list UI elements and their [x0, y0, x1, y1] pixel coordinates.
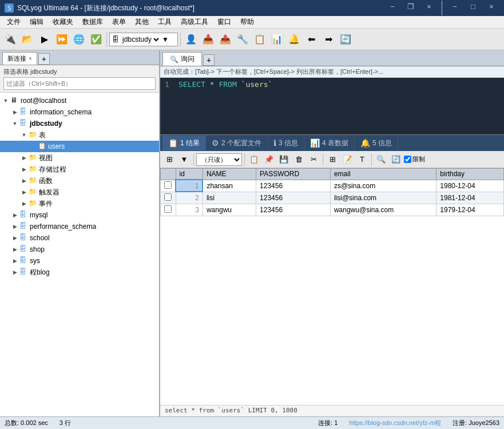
col-birthday[interactable]: birthday: [436, 169, 504, 180]
tree-db-mysql[interactable]: ▶ 🗄 mysql: [0, 209, 159, 221]
search-btn[interactable]: 🔍: [374, 153, 388, 166]
conn-tab-close-icon[interactable]: ×: [29, 55, 32, 62]
sql-editor[interactable]: 1 SELECT * FROM `users`: [160, 78, 504, 134]
form-btn[interactable]: 📝: [340, 153, 354, 166]
menu-advanced[interactable]: 高级工具: [176, 16, 213, 28]
win-close-btn[interactable]: ×: [483, 1, 499, 12]
menu-favorites[interactable]: 收藏夹: [48, 16, 78, 28]
result-tab-5[interactable]: 🔔 5 信息: [355, 136, 398, 150]
row2-birthday[interactable]: 1981-12-04: [436, 192, 504, 204]
copy-btn[interactable]: 📋: [247, 153, 261, 166]
row1-name[interactable]: zhansan: [203, 180, 256, 192]
tb-user-btn[interactable]: 👤: [183, 31, 199, 47]
menu-database[interactable]: 数据库: [78, 16, 108, 28]
tree-db-school[interactable]: ▶ 🗄 school: [0, 232, 159, 244]
row3-id[interactable]: 3: [176, 204, 203, 216]
row1-password[interactable]: 123456: [256, 180, 331, 192]
row1-birthday[interactable]: 1980-12-04: [436, 180, 504, 192]
add-conn-btn[interactable]: +: [38, 53, 50, 65]
filter-input[interactable]: [3, 77, 156, 90]
menu-help[interactable]: 帮助: [236, 16, 259, 28]
grid-btn[interactable]: ⊞: [326, 153, 339, 166]
paste-btn[interactable]: 📌: [262, 153, 276, 166]
row3-name[interactable]: wangwu: [203, 204, 256, 216]
tb-import-btn[interactable]: 📥: [200, 31, 216, 47]
open-btn[interactable]: 📂: [19, 31, 35, 47]
filter-btn[interactable]: ▼: [177, 153, 191, 166]
row1-id[interactable]: 1: [176, 180, 203, 192]
row3-email[interactable]: wangwu@sina.com: [330, 204, 436, 216]
new-conn-btn[interactable]: 🔌: [2, 31, 18, 47]
run-btn[interactable]: ▶: [37, 31, 53, 47]
tree-folder-views[interactable]: ▶ 📁 视图: [0, 152, 159, 164]
tree-folder-triggers[interactable]: ▶ 📁 触发器: [0, 186, 159, 198]
tree-db-information_schema[interactable]: ▶ 🗄 information_schema: [0, 106, 159, 118]
tb-table-btn[interactable]: 📋: [252, 31, 268, 47]
limit-checkbox[interactable]: [404, 156, 411, 163]
row3-checkbox[interactable]: [164, 205, 172, 213]
menu-max-btn[interactable]: ❐: [403, 1, 419, 12]
tb-grid-btn[interactable]: 📊: [269, 31, 285, 47]
tree-db-jdbcstudy[interactable]: ▼ 🗄 jdbcstudy: [0, 118, 159, 129]
refresh-result-btn[interactable]: 🔄: [389, 153, 403, 166]
db-select[interactable]: jdbcstudy: [120, 35, 161, 44]
delete-row-btn[interactable]: 🗑: [292, 153, 305, 166]
win-maximize-btn[interactable]: □: [465, 1, 481, 12]
col-email[interactable]: email: [330, 169, 436, 180]
tree-root[interactable]: ▼ 🖥 root@localhost: [0, 95, 159, 106]
row1-email[interactable]: zs@sina.com: [330, 180, 436, 192]
result-tab-1[interactable]: 📋 1 结果: [162, 136, 206, 150]
result-tab-3[interactable]: ℹ 3 信息: [268, 136, 304, 150]
tb-export-btn[interactable]: 📤: [217, 31, 233, 47]
tree-folder-procedures[interactable]: ▶ 📁 存储过程: [0, 164, 159, 175]
row3-birthday[interactable]: 1979-12-04: [436, 204, 504, 216]
row2-name[interactable]: lisi: [203, 192, 256, 204]
add-query-tab-btn[interactable]: +: [203, 54, 215, 66]
tree-table-users[interactable]: 📋 users: [0, 141, 159, 152]
tb-alert-btn[interactable]: 🔔: [286, 31, 302, 47]
conn-tab-new[interactable]: 新连接 ×: [2, 52, 37, 65]
menu-file[interactable]: 文件: [2, 16, 25, 28]
query-tab-main[interactable]: 🔍 询问: [162, 52, 202, 66]
grid-view-btn[interactable]: ⊞: [162, 153, 176, 166]
db-selector[interactable]: 🗄 jdbcstudy ▼: [109, 33, 178, 46]
col-id[interactable]: id: [176, 169, 203, 180]
commit-btn[interactable]: ✅: [88, 31, 104, 47]
row2-password[interactable]: 123456: [256, 192, 331, 204]
tree-db-chengblog[interactable]: ▶ 🗄 程blog: [0, 267, 159, 278]
tb-back-btn[interactable]: ⬅: [303, 31, 319, 47]
menu-other[interactable]: 其他: [130, 16, 153, 28]
tree-folder-functions[interactable]: ▶ 📁 函数: [0, 175, 159, 186]
tb-forward-btn[interactable]: ➡: [320, 31, 336, 47]
run-all-btn[interactable]: ⏩: [54, 31, 70, 47]
result-tab-2[interactable]: ⚙ 2 个配置文件: [206, 136, 268, 150]
col-password[interactable]: PASSWORD: [256, 169, 331, 180]
menu-close-btn[interactable]: ×: [421, 1, 437, 12]
row1-checkbox[interactable]: [164, 181, 172, 189]
row2-email[interactable]: lisi@sina.com: [330, 192, 436, 204]
result-tab-4[interactable]: 📊 4 表数据: [304, 136, 355, 150]
stop-btn[interactable]: 🌐: [71, 31, 87, 47]
tree-db-shop[interactable]: ▶ 🗄 shop: [0, 244, 159, 255]
col-name[interactable]: NAME: [203, 169, 256, 180]
edit-mode-select[interactable]: （只读） 编辑 插入: [196, 153, 242, 166]
menu-restore-btn[interactable]: −: [384, 1, 400, 12]
menu-table[interactable]: 表单: [108, 16, 130, 28]
win-minimize-btn[interactable]: −: [447, 1, 463, 12]
row2-id[interactable]: 2: [176, 192, 203, 204]
limit-check-label[interactable]: 限制: [404, 155, 425, 164]
tree-db-performance[interactable]: ▶ 🗄 performance_schema: [0, 221, 159, 232]
save-btn[interactable]: 💾: [277, 153, 291, 166]
row1-check[interactable]: [161, 180, 176, 192]
text-btn[interactable]: T: [355, 153, 369, 166]
menu-edit[interactable]: 编辑: [25, 16, 48, 28]
row2-checkbox[interactable]: [164, 193, 172, 201]
clear-btn[interactable]: ✂: [307, 153, 320, 166]
menu-tools[interactable]: 工具: [153, 16, 176, 28]
tree-db-sys[interactable]: ▶ 🗄 sys: [0, 255, 159, 267]
tb-refresh-btn[interactable]: 🔄: [338, 31, 354, 47]
tb-schema-btn[interactable]: 🔧: [235, 31, 251, 47]
row2-check[interactable]: [161, 192, 176, 204]
row3-password[interactable]: 123456: [256, 204, 331, 216]
tree-folder-tables[interactable]: ▼ 📁 表: [0, 129, 159, 141]
